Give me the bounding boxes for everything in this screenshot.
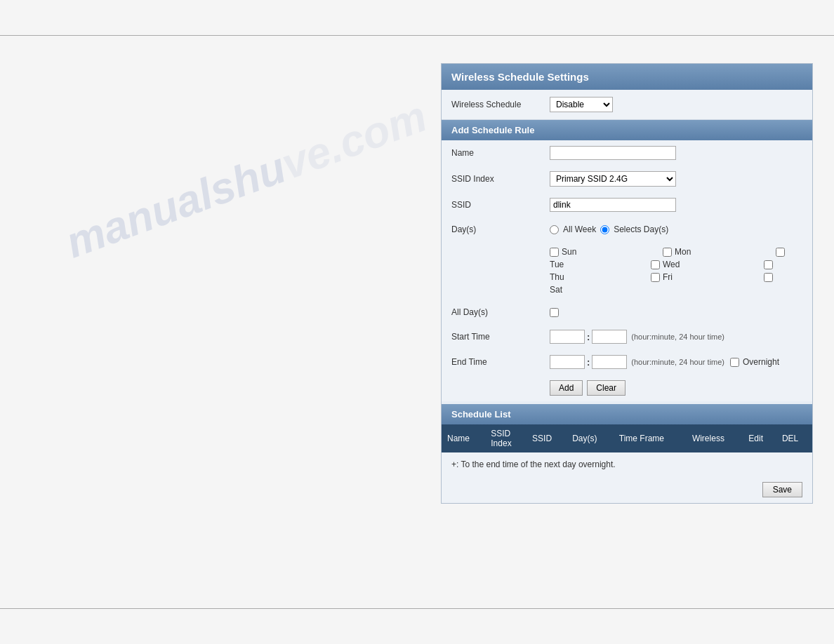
all-days-field <box>550 308 802 317</box>
end-time-row: End Time : (hour:minute, 24 hour time) O… <box>442 349 812 375</box>
schedule-list-section: Schedule List Name SSIDIndex SSID Day(s)… <box>442 404 812 503</box>
ssid-label: SSID <box>451 200 550 210</box>
ssid-index-field: Primary SSID 2.4G Secondary SSID 2.4G Pr… <box>550 171 802 187</box>
wireless-schedule-label: Wireless Schedule <box>451 100 550 109</box>
col-wireless: Wireless <box>687 424 743 452</box>
wed-checkbox[interactable] <box>651 260 660 269</box>
panel-title: Wireless Schedule Settings <box>442 64 812 90</box>
add-schedule-rule-title: Add Schedule Rule <box>442 120 812 140</box>
name-field <box>550 146 802 160</box>
ssid-index-label: SSID Index <box>451 174 550 184</box>
col-del: DEL <box>776 424 812 452</box>
form-section: Name SSID Index Primary SSID 2.4G Second… <box>442 140 812 401</box>
col-days: Day(s) <box>567 424 614 452</box>
col-edit: Edit <box>743 424 776 452</box>
fri-checkbox[interactable] <box>651 273 660 282</box>
start-time-sep: : <box>587 332 590 342</box>
end-time-sep: : <box>587 357 590 368</box>
start-time-field: : (hour:minute, 24 hour time) <box>550 330 802 344</box>
start-time-label: Start Time <box>451 332 550 342</box>
save-button[interactable]: Save <box>762 482 802 497</box>
settings-panel: Wireless Schedule Settings Wireless Sche… <box>441 63 813 504</box>
all-days-row: All Day(s) <box>442 300 812 324</box>
thu-checkbox[interactable] <box>764 260 773 269</box>
ssid-row: SSID <box>442 192 812 217</box>
main-content: Wireless Schedule Settings Wireless Sche… <box>0 42 834 504</box>
panel-title-text: Wireless Schedule Settings <box>451 71 589 83</box>
action-buttons-field: Add Clear <box>550 380 802 396</box>
wed-label: Wed <box>663 260 761 269</box>
overnight-checkbox[interactable] <box>730 358 739 367</box>
tue-label: Tue <box>550 260 648 269</box>
sun-label: Sun <box>562 247 660 257</box>
name-input[interactable] <box>550 146 676 160</box>
mon-checkbox[interactable] <box>663 248 672 257</box>
all-week-radio[interactable] <box>550 225 559 234</box>
end-minute-input[interactable] <box>592 355 627 369</box>
sun-checkbox[interactable] <box>550 248 559 257</box>
start-time-note: (hour:minute, 24 hour time) <box>631 333 724 341</box>
ssid-input[interactable] <box>550 198 676 212</box>
overnight-label: Overnight <box>743 357 779 367</box>
day-checkboxes-row: Sun Mon Tue Wed Thu Fri Sa <box>442 241 812 300</box>
col-ssid: SSID <box>527 424 567 452</box>
col-ssid-index: SSIDIndex <box>485 424 527 452</box>
sat-label: Sat <box>550 285 648 295</box>
bottom-divider <box>0 608 834 609</box>
fri-label: Fri <box>663 272 761 282</box>
days-radio-row: Day(s) All Week Selects Day(s) <box>442 217 812 241</box>
end-time-label: End Time <box>451 357 550 367</box>
col-name: Name <box>442 424 485 452</box>
schedule-list-title: Schedule List <box>442 404 812 424</box>
end-time-note: (hour:minute, 24 hour time) <box>631 358 724 366</box>
wireless-schedule-row: Wireless Schedule Disable Enable <box>442 90 812 120</box>
wireless-schedule-select[interactable]: Disable Enable <box>550 97 613 112</box>
start-hour-input[interactable] <box>550 330 585 344</box>
end-hour-input[interactable] <box>550 355 585 369</box>
col-time-frame: Time Frame <box>614 424 687 452</box>
sat-checkbox[interactable] <box>764 273 773 282</box>
save-row: Save <box>442 476 812 503</box>
all-week-label: All Week <box>563 224 596 234</box>
name-label: Name <box>451 148 550 158</box>
selects-days-radio[interactable] <box>600 225 609 234</box>
all-days-checkbox[interactable] <box>550 308 559 317</box>
clear-button[interactable]: Clear <box>587 380 626 396</box>
wireless-schedule-field: Disable Enable <box>550 97 802 112</box>
start-time-row: Start Time : (hour:minute, 24 hour time) <box>442 324 812 349</box>
days-label: Day(s) <box>451 224 550 234</box>
thu-label: Thu <box>550 272 648 282</box>
name-row: Name <box>442 140 812 166</box>
top-divider <box>0 35 834 36</box>
day-checkboxes-field: Sun Mon Tue Wed Thu Fri Sa <box>550 247 802 295</box>
footnote: +: To the end time of the next day overn… <box>442 452 812 476</box>
start-minute-input[interactable] <box>592 330 627 344</box>
page-wrapper: manualshuve.com Wireless Schedule Settin… <box>0 0 834 644</box>
add-button[interactable]: Add <box>550 380 583 396</box>
tue-checkbox[interactable] <box>776 248 785 257</box>
table-header-row: Name SSIDIndex SSID Day(s) Time Frame Wi… <box>442 424 812 452</box>
action-buttons-row: Add Clear <box>442 375 812 401</box>
end-time-field: : (hour:minute, 24 hour time) Overnight <box>550 355 802 369</box>
days-checkbox-group: Sun Mon Tue Wed Thu Fri Sa <box>550 247 802 295</box>
days-radio-field: All Week Selects Day(s) <box>550 224 802 234</box>
days-radio-group: All Week Selects Day(s) <box>550 224 668 234</box>
schedule-table: Name SSIDIndex SSID Day(s) Time Frame Wi… <box>442 424 812 452</box>
mon-label: Mon <box>675 247 773 257</box>
selects-days-label: Selects Day(s) <box>614 224 668 234</box>
ssid-field <box>550 198 802 212</box>
all-days-label: All Day(s) <box>451 307 550 317</box>
ssid-index-select[interactable]: Primary SSID 2.4G Secondary SSID 2.4G Pr… <box>550 171 676 187</box>
ssid-index-row: SSID Index Primary SSID 2.4G Secondary S… <box>442 166 812 192</box>
